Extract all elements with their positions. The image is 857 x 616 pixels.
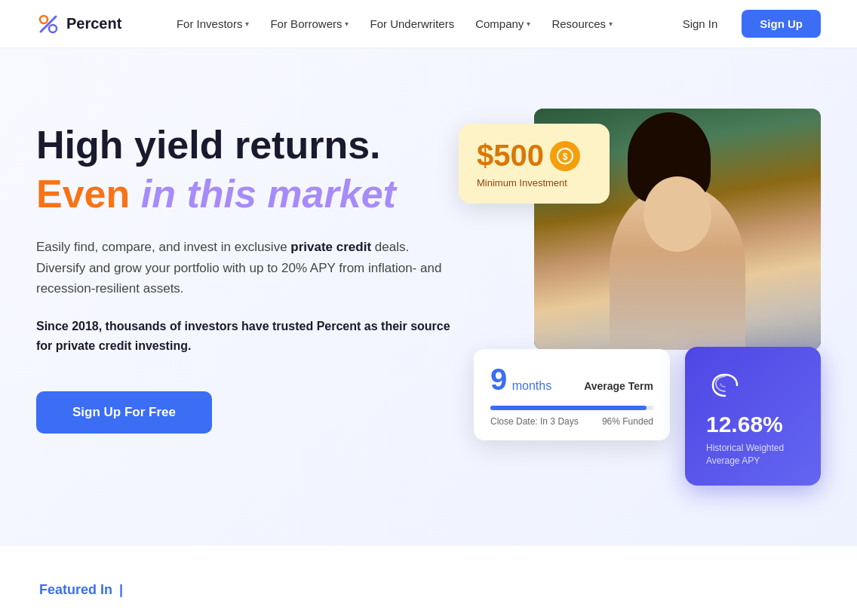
- hero-trust-text: Since 2018, thousands of investors have …: [36, 317, 459, 355]
- months-label: months: [512, 379, 551, 392]
- svg-text:$: $: [563, 152, 568, 162]
- nav-borrowers[interactable]: For Borrowers ▾: [261, 11, 358, 36]
- signin-button[interactable]: Sign In: [668, 11, 733, 36]
- hero-title-line2: Even in this market: [36, 173, 459, 216]
- chevron-down-icon: ▾: [527, 20, 530, 28]
- nav-underwriters[interactable]: For Underwriters: [361, 11, 463, 36]
- signup-free-button[interactable]: Sign Up For Free: [36, 391, 212, 434]
- investment-amount: $500: [477, 139, 544, 173]
- term-label: Average Term: [584, 380, 653, 392]
- progress-fill: [490, 406, 647, 410]
- hero-title-line1: High yield returns.: [36, 124, 459, 167]
- hero-title-word3: this: [186, 172, 256, 216]
- min-investment-card: $500 $ Minimum Investment: [459, 124, 610, 204]
- nav-resources[interactable]: Resources ▾: [542, 11, 622, 36]
- featured-section: Featured In | TC TechCrunch / Nasdaq Fin…: [0, 546, 857, 616]
- months-number: 9: [490, 363, 507, 396]
- chevron-down-icon: ▾: [609, 20, 613, 28]
- hero-description: Easily find, compare, and invest in excl…: [36, 237, 459, 299]
- avg-term-card: 9 months Average Term Close Date: In 3 D…: [474, 349, 670, 440]
- logo-icon: [36, 12, 60, 36]
- apy-card: 12.68% Historical Weighted Average APY: [685, 347, 821, 486]
- nav-actions: Sign In Sign Up: [668, 10, 821, 38]
- hero-title-word1: Even: [36, 172, 130, 216]
- coin-icon: $: [550, 141, 580, 171]
- hero-visual: $500 $ Minimum Investment 9 months Avera…: [459, 109, 821, 501]
- investment-label: Minimum Investment: [477, 177, 591, 188]
- nav-investors[interactable]: For Investors ▾: [167, 11, 259, 36]
- featured-separator: |: [115, 582, 123, 597]
- logo[interactable]: Percent: [36, 12, 121, 36]
- nav-company[interactable]: Company ▾: [466, 11, 539, 36]
- brand-name: Percent: [66, 15, 121, 32]
- funded-label: 96% Funded: [602, 416, 653, 427]
- close-date-label: Close Date: In 3 Days: [490, 416, 579, 427]
- signup-button[interactable]: Sign Up: [742, 10, 821, 38]
- hero-title-word4: market: [267, 172, 396, 216]
- hero-content: High yield returns. Even in this market …: [36, 109, 459, 434]
- navbar: Percent For Investors ▾ For Borrowers ▾ …: [0, 0, 857, 48]
- featured-title: Featured In: [39, 582, 112, 597]
- chevron-down-icon: ▾: [245, 20, 249, 28]
- hero-title-word2: in: [141, 172, 176, 216]
- nav-links: For Investors ▾ For Borrowers ▾ For Unde…: [167, 11, 622, 36]
- apy-value: 12.68%: [706, 412, 800, 437]
- hero-section: High yield returns. Even in this market …: [0, 48, 857, 546]
- progress-bar: [490, 406, 653, 410]
- chevron-down-icon: ▾: [345, 20, 349, 28]
- apy-label: Historical Weighted Average APY: [706, 442, 800, 467]
- spiral-icon: [706, 365, 744, 403]
